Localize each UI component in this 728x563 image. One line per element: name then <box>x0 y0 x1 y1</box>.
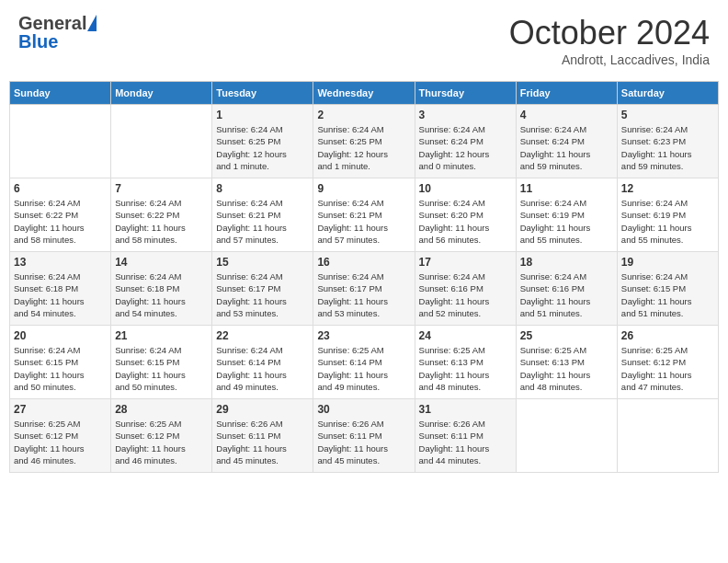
location-subtitle: Andrott, Laccadives, India <box>509 52 710 67</box>
day-info: Sunrise: 6:24 AMSunset: 6:15 PMDaylight:… <box>14 344 107 393</box>
calendar-cell: 25Sunrise: 6:25 AMSunset: 6:13 PMDayligh… <box>516 326 617 399</box>
day-info: Sunrise: 6:24 AMSunset: 6:25 PMDaylight:… <box>216 123 309 172</box>
calendar-cell <box>111 105 212 178</box>
month-title: October 2024 <box>509 14 710 52</box>
calendar-cell: 17Sunrise: 6:24 AMSunset: 6:16 PMDayligh… <box>415 252 516 326</box>
calendar-cell: 19Sunrise: 6:24 AMSunset: 6:15 PMDayligh… <box>617 252 718 326</box>
day-number: 3 <box>419 109 512 121</box>
day-info: Sunrise: 6:24 AMSunset: 6:16 PMDaylight:… <box>520 270 613 319</box>
day-number: 29 <box>216 403 309 416</box>
day-number: 30 <box>317 403 410 416</box>
day-number: 21 <box>115 329 208 342</box>
day-number: 12 <box>621 182 714 195</box>
day-number: 15 <box>216 256 309 269</box>
weekday-header-friday: Friday <box>516 82 617 105</box>
day-info: Sunrise: 6:25 AMSunset: 6:14 PMDaylight:… <box>317 344 410 393</box>
day-info: Sunrise: 6:24 AMSunset: 6:19 PMDaylight:… <box>621 197 714 246</box>
calendar-cell: 15Sunrise: 6:24 AMSunset: 6:17 PMDayligh… <box>212 252 313 326</box>
day-number: 20 <box>14 329 107 342</box>
day-info: Sunrise: 6:25 AMSunset: 6:12 PMDaylight:… <box>115 418 208 466</box>
day-number: 7 <box>115 182 208 195</box>
calendar-cell: 11Sunrise: 6:24 AMSunset: 6:19 PMDayligh… <box>516 178 617 252</box>
weekday-header-thursday: Thursday <box>415 82 516 105</box>
day-number: 27 <box>14 403 107 416</box>
calendar-cell: 9Sunrise: 6:24 AMSunset: 6:21 PMDaylight… <box>313 178 415 252</box>
day-number: 6 <box>14 182 107 195</box>
day-number: 22 <box>216 329 309 342</box>
day-number: 24 <box>419 329 512 342</box>
calendar-week-row: 13Sunrise: 6:24 AMSunset: 6:18 PMDayligh… <box>10 252 719 326</box>
day-number: 28 <box>115 403 208 416</box>
day-info: Sunrise: 6:24 AMSunset: 6:17 PMDaylight:… <box>216 270 309 319</box>
calendar-cell: 7Sunrise: 6:24 AMSunset: 6:22 PMDaylight… <box>111 178 212 252</box>
calendar-cell: 24Sunrise: 6:25 AMSunset: 6:13 PMDayligh… <box>415 326 516 399</box>
calendar-cell: 14Sunrise: 6:24 AMSunset: 6:18 PMDayligh… <box>111 252 212 326</box>
calendar-cell <box>617 399 718 473</box>
calendar-cell: 21Sunrise: 6:24 AMSunset: 6:15 PMDayligh… <box>111 326 212 399</box>
calendar-header: SundayMondayTuesdayWednesdayThursdayFrid… <box>10 82 719 105</box>
day-info: Sunrise: 6:24 AMSunset: 6:24 PMDaylight:… <box>520 123 613 172</box>
day-info: Sunrise: 6:26 AMSunset: 6:11 PMDaylight:… <box>317 418 410 466</box>
calendar-table: SundayMondayTuesdayWednesdayThursdayFrid… <box>9 81 719 473</box>
days-of-week-row: SundayMondayTuesdayWednesdayThursdayFrid… <box>10 82 719 105</box>
day-info: Sunrise: 6:25 AMSunset: 6:12 PMDaylight:… <box>621 344 714 393</box>
day-number: 16 <box>317 256 410 269</box>
calendar-cell: 28Sunrise: 6:25 AMSunset: 6:12 PMDayligh… <box>111 399 212 473</box>
day-number: 4 <box>520 109 613 121</box>
day-info: Sunrise: 6:24 AMSunset: 6:16 PMDaylight:… <box>419 270 512 319</box>
day-number: 8 <box>216 182 309 195</box>
day-info: Sunrise: 6:25 AMSunset: 6:13 PMDaylight:… <box>520 344 613 393</box>
calendar-body: 1Sunrise: 6:24 AMSunset: 6:25 PMDaylight… <box>10 105 719 473</box>
day-info: Sunrise: 6:24 AMSunset: 6:22 PMDaylight:… <box>14 197 107 246</box>
calendar-week-row: 1Sunrise: 6:24 AMSunset: 6:25 PMDaylight… <box>10 105 719 178</box>
calendar-cell: 29Sunrise: 6:26 AMSunset: 6:11 PMDayligh… <box>212 399 313 473</box>
logo-triangle-icon <box>87 15 97 31</box>
day-number: 18 <box>520 256 613 269</box>
day-number: 13 <box>14 256 107 269</box>
day-info: Sunrise: 6:24 AMSunset: 6:25 PMDaylight:… <box>317 123 410 172</box>
calendar-cell: 31Sunrise: 6:26 AMSunset: 6:11 PMDayligh… <box>415 399 516 473</box>
calendar-cell: 3Sunrise: 6:24 AMSunset: 6:24 PMDaylight… <box>415 105 516 178</box>
logo-general: General <box>18 14 86 32</box>
calendar-cell: 5Sunrise: 6:24 AMSunset: 6:23 PMDaylight… <box>617 105 718 178</box>
day-info: Sunrise: 6:24 AMSunset: 6:23 PMDaylight:… <box>621 123 714 172</box>
calendar-cell: 18Sunrise: 6:24 AMSunset: 6:16 PMDayligh… <box>516 252 617 326</box>
day-number: 23 <box>317 329 410 342</box>
day-number: 25 <box>520 329 613 342</box>
day-info: Sunrise: 6:24 AMSunset: 6:21 PMDaylight:… <box>216 197 309 246</box>
day-number: 11 <box>520 182 613 195</box>
day-info: Sunrise: 6:24 AMSunset: 6:19 PMDaylight:… <box>520 197 613 246</box>
day-info: Sunrise: 6:24 AMSunset: 6:24 PMDaylight:… <box>419 123 512 172</box>
weekday-header-sunday: Sunday <box>10 82 111 105</box>
weekday-header-tuesday: Tuesday <box>212 82 313 105</box>
day-number: 9 <box>317 182 410 195</box>
weekday-header-saturday: Saturday <box>617 82 718 105</box>
day-info: Sunrise: 6:24 AMSunset: 6:15 PMDaylight:… <box>115 344 208 393</box>
page-header: General Blue October 2024 Andrott, Lacca… <box>9 9 719 72</box>
calendar-cell: 16Sunrise: 6:24 AMSunset: 6:17 PMDayligh… <box>313 252 415 326</box>
day-info: Sunrise: 6:25 AMSunset: 6:13 PMDaylight:… <box>419 344 512 393</box>
day-info: Sunrise: 6:24 AMSunset: 6:20 PMDaylight:… <box>419 197 512 246</box>
title-block: October 2024 Andrott, Laccadives, India <box>509 14 710 67</box>
calendar-cell: 13Sunrise: 6:24 AMSunset: 6:18 PMDayligh… <box>10 252 111 326</box>
calendar-cell: 2Sunrise: 6:24 AMSunset: 6:25 PMDaylight… <box>313 105 415 178</box>
calendar-cell: 10Sunrise: 6:24 AMSunset: 6:20 PMDayligh… <box>415 178 516 252</box>
day-info: Sunrise: 6:26 AMSunset: 6:11 PMDaylight:… <box>216 418 309 466</box>
day-info: Sunrise: 6:24 AMSunset: 6:18 PMDaylight:… <box>115 270 208 319</box>
calendar-cell: 12Sunrise: 6:24 AMSunset: 6:19 PMDayligh… <box>617 178 718 252</box>
calendar-cell: 23Sunrise: 6:25 AMSunset: 6:14 PMDayligh… <box>313 326 415 399</box>
day-info: Sunrise: 6:24 AMSunset: 6:15 PMDaylight:… <box>621 270 714 319</box>
day-number: 1 <box>216 109 309 121</box>
calendar-cell: 6Sunrise: 6:24 AMSunset: 6:22 PMDaylight… <box>10 178 111 252</box>
day-number: 26 <box>621 329 714 342</box>
calendar-cell: 27Sunrise: 6:25 AMSunset: 6:12 PMDayligh… <box>10 399 111 473</box>
day-number: 10 <box>419 182 512 195</box>
calendar-week-row: 27Sunrise: 6:25 AMSunset: 6:12 PMDayligh… <box>10 399 719 473</box>
calendar-cell: 20Sunrise: 6:24 AMSunset: 6:15 PMDayligh… <box>10 326 111 399</box>
calendar-cell: 22Sunrise: 6:24 AMSunset: 6:14 PMDayligh… <box>212 326 313 399</box>
calendar-cell <box>10 105 111 178</box>
day-info: Sunrise: 6:26 AMSunset: 6:11 PMDaylight:… <box>419 418 512 466</box>
calendar-week-row: 20Sunrise: 6:24 AMSunset: 6:15 PMDayligh… <box>10 326 719 399</box>
day-info: Sunrise: 6:24 AMSunset: 6:14 PMDaylight:… <box>216 344 309 393</box>
weekday-header-monday: Monday <box>111 82 212 105</box>
